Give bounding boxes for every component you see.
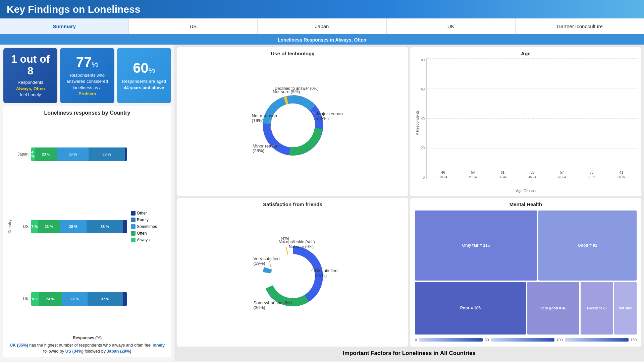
- bar-seg-often-uk: 24 %: [39, 292, 62, 306]
- country-chart-title: Loneliness responses by Country: [7, 110, 168, 116]
- scale-gradient: [419, 338, 483, 342]
- bar-track-us: 7 % 23 % 28 % 38 %: [31, 220, 127, 233]
- tech-label-declined: Declined to answer (0%): [275, 86, 319, 91]
- summary-japan: Japan (29%): [107, 349, 131, 354]
- donut-svg-tech: Major reason (48%) Minor reason (28%) No…: [236, 85, 350, 166]
- sat-label-dissatisfied-pct: (41%): [315, 273, 327, 278]
- summary-uk: UK (36%): [10, 343, 28, 348]
- age-bar-6579: 73 65-79: [578, 170, 606, 179]
- kpi-3-sub: Respondents are aged44 years and above: [122, 78, 166, 90]
- summary-us: US (34%): [65, 349, 84, 354]
- age-ytick-80: 80: [421, 58, 425, 62]
- treemap-verygood: Very good = 46: [527, 282, 579, 335]
- bar-seg-other-japan: [125, 147, 127, 161]
- bar-seg-other-uk: [123, 292, 127, 306]
- bar-row-japan: Japan 4 % 23 % 33 % 38 %: [17, 147, 127, 161]
- use-of-tech-title: Use of technology: [180, 51, 405, 56]
- age-bar-5564: 57 55-64: [548, 170, 576, 179]
- summary-text: UK (36%) has the highest number of respo…: [7, 340, 168, 355]
- nav-tabs: Summary US Japan UK Gartner Iconoculture: [0, 18, 644, 35]
- legend-other: Other: [131, 211, 165, 216]
- tech-label-major-pct: (48%): [317, 116, 329, 121]
- bar-seg-often-japan: 23 %: [35, 147, 57, 161]
- bar-row-uk: UK 8 % 24 % 27 % 37 %: [17, 292, 127, 306]
- sub-banner: Loneliness Responses in Always, Often: [0, 35, 644, 45]
- bar-label-japan: Japan: [17, 152, 29, 157]
- page-header: Key Findings on Loneliness: [0, 0, 644, 18]
- right-panel: Important Factors for Loneliness in All …: [174, 45, 644, 361]
- bar-seg-other-us: [123, 220, 127, 233]
- donut-svg-satisfaction: Dissatisfied (41%) Somewhat satisfied (3…: [236, 236, 350, 316]
- sat-label-notsure: Not sure (0%): [289, 244, 314, 249]
- country-chart-section: Loneliness responses by Country Country …: [3, 106, 171, 357]
- sat-label-somewhat: Somewhat satisfied: [253, 300, 291, 305]
- bar-seg-always-uk: 8 %: [31, 292, 39, 306]
- age-bar-1824: 46 18-24: [429, 170, 457, 179]
- legend-label-other: Other: [137, 211, 147, 216]
- age-bar-8097: 41 80-97: [607, 170, 635, 179]
- tech-label-minor: Minor reason: [253, 143, 278, 148]
- mental-health-card: Mental Health Only fair = 115 Good = 91 …: [410, 198, 641, 347]
- kpi-1-sub: RespondentsAlways, Oftenfeel Lonely: [16, 79, 45, 98]
- sat-line-dissatisfied: [311, 268, 314, 272]
- scale-max: 150: [631, 338, 637, 342]
- tab-summary[interactable]: Summary: [0, 18, 129, 34]
- kpi-1-value: 1 out of 8: [7, 53, 53, 77]
- scale-gradient3: [565, 338, 629, 342]
- bar-row-us: US 7 % 23 % 28 % 38 %: [17, 220, 127, 233]
- scale-mid1: 50: [485, 338, 489, 342]
- treemap-excellent: Excellent 28: [581, 282, 613, 335]
- bar-seg-sometimes-us: 28 %: [60, 220, 87, 233]
- kpi-card-77pct: 77% Respondents who answered considered …: [60, 48, 114, 103]
- page-title: Key Findings on Loneliness: [7, 4, 140, 15]
- bar-seg-sometimes-japan: 33 %: [57, 147, 89, 161]
- kpi-card-60pct: 60% Respondents are aged44 years and abo…: [117, 48, 171, 103]
- sat-label-somewhat-pct: (36%): [253, 305, 265, 310]
- age-x-label: Age Groups: [414, 189, 638, 193]
- right-panel-title-bold: All Countries: [440, 350, 476, 356]
- treemap-scale: 0 50 100 150: [415, 338, 637, 342]
- treemap-poor: Poor = 106: [415, 282, 526, 335]
- sat-label-dissatisfied: Dissatisfied: [315, 268, 337, 273]
- tab-japan[interactable]: Japan: [258, 18, 386, 34]
- tech-label-notreason: Not a reason: [252, 113, 277, 118]
- satisfaction-donut: Dissatisfied (41%) Somewhat satisfied (3…: [180, 209, 405, 344]
- legend-always: Always: [131, 238, 165, 242]
- tab-uk[interactable]: UK: [387, 18, 516, 34]
- legend-label-often: Often: [137, 231, 147, 236]
- treemap-notsure: Not sure: [614, 282, 637, 335]
- svg-point-0: [275, 107, 311, 143]
- bar-label-uk: UK: [17, 297, 29, 301]
- scale-mid2: 100: [556, 338, 562, 342]
- bar-label-us: US: [17, 224, 29, 229]
- bar-track-japan: 4 % 23 % 33 % 38 %: [31, 147, 127, 161]
- legend-often: Often: [131, 231, 165, 236]
- tech-label-minor-pct: (28%): [253, 148, 264, 154]
- tech-label-notreason-pct: (19%): [252, 118, 263, 123]
- treemap-good: Good = 91: [538, 210, 637, 281]
- bar-seg-rarely-japan: 38 %: [89, 147, 125, 161]
- right-panel-title: Important Factors for Loneliness in All …: [177, 349, 641, 358]
- kpi-2-value: 77%: [76, 54, 98, 70]
- tab-gartner[interactable]: Gartner Iconoculture: [516, 18, 644, 34]
- summary-lonely: lonely: [153, 343, 165, 348]
- sat-label-very-pct: (19%): [253, 261, 265, 266]
- mental-health-title: Mental Health: [414, 201, 638, 207]
- age-ytick-40: 40: [421, 117, 425, 121]
- age-ytick-20: 20: [421, 146, 425, 150]
- left-panel: 1 out of 8 RespondentsAlways, Oftenfeel …: [0, 45, 174, 361]
- kpi-3-value: 60%: [133, 60, 155, 76]
- legend-sometimes: Sometimes: [131, 224, 165, 229]
- age-chart: # Respondents 80 60 40 20 0: [414, 58, 638, 193]
- svg-point-1: [275, 258, 311, 294]
- age-y-label: # Respondents: [415, 110, 419, 135]
- age-title: Age: [414, 51, 638, 56]
- bar-seg-rarely-uk: 37 %: [88, 292, 123, 306]
- legend-label-always: Always: [137, 238, 150, 242]
- bar-seg-always-us: 7 %: [31, 220, 38, 233]
- age-card: Age # Respondents 80 60 40: [410, 47, 641, 196]
- tab-us[interactable]: US: [129, 18, 258, 34]
- kpi-row: 1 out of 8 RespondentsAlways, Oftenfeel …: [3, 48, 171, 103]
- treemap-onlyfair: Only fair = 115: [415, 210, 537, 281]
- sat-label-very: Very satisfied: [253, 256, 279, 261]
